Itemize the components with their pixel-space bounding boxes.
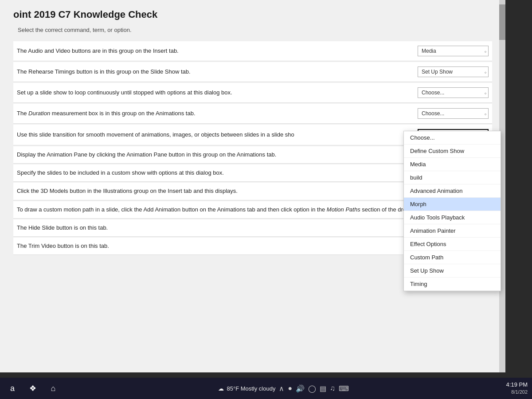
date-display: 8/1/202 [506, 389, 528, 395]
dropdown-item-advanced-animation[interactable]: Advanced Animation [404, 184, 501, 198]
answer-select-3[interactable]: Choose... [418, 87, 489, 98]
answer-select-4[interactable]: Choose... [418, 108, 489, 119]
dropdown-item-set-up-show[interactable]: Set Up Show [404, 264, 501, 278]
main-content: oint 2019 C7 Knowledge Check Select the … [0, 0, 505, 372]
dropdown-item-define-custom[interactable]: Define Custom Show [404, 145, 501, 158]
network-icon: ● [288, 384, 292, 392]
speaker-icon: 🔊 [296, 384, 305, 393]
taskbar-time: 4:19 PM 8/1/202 [506, 381, 528, 395]
question-row-1: The Audio and Video buttons are in this … [13, 41, 492, 61]
dropdown-item-choose[interactable]: Choose... [404, 131, 501, 145]
taskbar-weather: ☁ 85°F Mostly cloudy [218, 385, 275, 392]
scrollbar-thumb[interactable] [499, 4, 505, 40]
question-row-4: The Duration measurement box is in this … [13, 104, 492, 124]
weather-text: 85°F Mostly cloudy [227, 385, 275, 392]
taskbar: a ❖ ⌂ ☁ 85°F Mostly cloudy ∧ ● 🔊 ◯ ▤ ♫ ⌨… [0, 378, 532, 399]
dropdown-item-media[interactable]: Media [404, 158, 501, 171]
home-icon: ⌂ [51, 384, 56, 393]
question-text-5: Use this slide transition for smooth mov… [17, 131, 418, 139]
dropdown-item-effect-options[interactable]: Effect Options [404, 238, 501, 251]
dropdown-item-timing[interactable]: Timing [404, 278, 501, 291]
wifi-icon: ▤ [320, 384, 326, 393]
question-text-2: The Rehearse Timings button is in this g… [17, 68, 418, 76]
keyboard-icon: ⌨ [339, 384, 349, 393]
home-button[interactable]: ⌂ [45, 380, 61, 396]
dropdown-item-build[interactable]: build [404, 171, 501, 184]
answer-wrapper-4: Choose... [418, 108, 489, 119]
answer-wrapper-1: Media [418, 46, 489, 56]
dropdown-item-custom-path[interactable]: Custom Path [404, 251, 501, 264]
question-text-1: The Audio and Video buttons are in this … [17, 47, 418, 55]
dropdown-overlay: Choose... Define Custom Show Media build… [403, 131, 501, 291]
question-row-2: The Rehearse Timings button is in this g… [13, 62, 492, 82]
taskbar-right: 4:19 PM 8/1/202 [506, 381, 528, 395]
answer-select-1[interactable]: Media [418, 46, 489, 56]
answer-wrapper-3: Choose... [418, 87, 489, 98]
taskbar-left: a ❖ ⌂ [4, 380, 61, 396]
start-button[interactable]: a [4, 380, 20, 396]
start-icon: a [10, 384, 15, 393]
dropdown-item-morph[interactable]: Morph [404, 198, 501, 211]
dropdown-item-animation-painter[interactable]: Animation Painter [404, 224, 501, 238]
display-icon: ◯ [308, 384, 316, 393]
subtitle: Select the correct command, term, or opt… [18, 27, 492, 33]
question-row-3: Set up a slide show to loop continuously… [13, 83, 492, 103]
taskbar-middle: ☁ 85°F Mostly cloudy ∧ ● 🔊 ◯ ▤ ♫ ⌨ [61, 384, 506, 393]
dropdown-item-audio-tools[interactable]: Audio Tools Playback [404, 211, 501, 224]
page-title: oint 2019 C7 Knowledge Check [13, 9, 492, 20]
caret-up-icon: ∧ [279, 384, 284, 393]
apps-button[interactable]: ❖ [25, 380, 41, 396]
battery-icon: ♫ [330, 384, 335, 392]
answer-wrapper-2: Set Up Show [418, 66, 489, 77]
apps-icon: ❖ [29, 383, 36, 393]
question-text-3: Set up a slide show to loop continuously… [17, 89, 418, 97]
answer-select-2[interactable]: Set Up Show [418, 66, 489, 77]
time-display: 4:19 PM [506, 381, 528, 389]
question-text-4: The Duration measurement box is in this … [17, 110, 418, 117]
weather-icon: ☁ [218, 385, 224, 392]
